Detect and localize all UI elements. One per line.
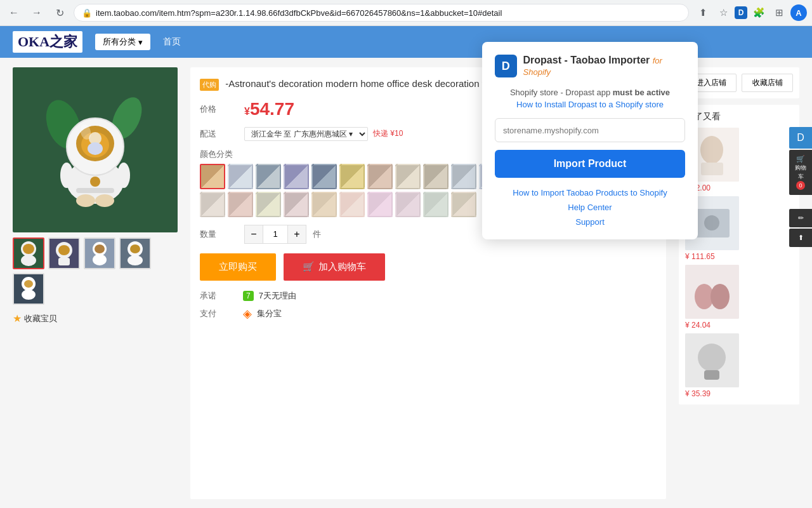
browser-actions: ⬆ ☆ D 🧩 ⊞ A	[694, 4, 807, 22]
svg-point-3	[76, 194, 95, 207]
payment-row: 支付 ◈ 集分宝	[200, 307, 657, 321]
shipping-info: 浙江金华 至 广东惠州惠城区 ▾ 快递 ¥10	[244, 127, 403, 141]
install-link[interactable]: How to Install Dropast to a Shopify stor…	[495, 100, 685, 109]
support-link[interactable]: Support	[575, 217, 605, 227]
quantity-control: − +	[244, 225, 306, 244]
action-buttons: 立即购买 🛒 加入购物车	[200, 253, 657, 281]
thumbnail-3[interactable]	[84, 237, 115, 269]
price-value: ¥54.77	[244, 99, 294, 119]
add-to-cart-button[interactable]: 🛒 加入购物车	[284, 253, 385, 281]
rec-item-3[interactable]: ¥ 24.04	[685, 265, 739, 330]
color-swatch-3[interactable]	[256, 164, 281, 189]
qty-label: 数量	[200, 229, 238, 240]
product-image-svg	[44, 86, 146, 213]
color-swatch-24[interactable]	[395, 192, 421, 217]
add-to-cart-label: 加入购物车	[318, 261, 366, 273]
browser-toolbar: ← → ↻ 🔒 item.taobao.com/item.htm?spm=a23…	[0, 0, 812, 25]
color-swatch-23[interactable]	[367, 192, 393, 217]
extensions-button[interactable]: 🧩	[750, 4, 768, 22]
rec-item-4[interactable]: ¥ 35.39	[685, 333, 739, 398]
grid-button[interactable]: ⊞	[770, 4, 788, 22]
dropast-logo: D	[495, 55, 517, 77]
color-swatch-25[interactable]	[423, 192, 449, 217]
collect-store-button[interactable]: 收藏店铺	[742, 74, 793, 92]
promise-icon: 7	[243, 291, 254, 301]
bookmark-button[interactable]: ☆	[714, 4, 732, 22]
product-badge: 代购	[200, 79, 219, 91]
address-bar[interactable]: 🔒 item.taobao.com/item.htm?spm=a230r.1.1…	[74, 4, 689, 22]
qty-plus-button[interactable]: +	[288, 225, 306, 243]
color-swatch-22[interactable]	[339, 192, 365, 217]
color-swatch-9[interactable]	[423, 164, 449, 189]
edge-button-cart[interactable]: 🛒购物车0	[789, 150, 812, 195]
payment-icon: ◈	[243, 307, 252, 321]
also-seen-title: 看了又看	[685, 111, 793, 123]
color-swatch-1[interactable]	[200, 164, 225, 189]
favorite-label: 收藏宝贝	[24, 313, 57, 324]
share-button[interactable]: ⬆	[694, 4, 712, 22]
svg-point-45	[698, 344, 726, 371]
color-swatch-21[interactable]	[311, 192, 337, 217]
main-product-image	[13, 67, 178, 232]
color-swatch-8[interactable]	[395, 164, 421, 189]
buy-now-button[interactable]: 立即购买	[200, 253, 276, 281]
thumbnail-5[interactable]	[13, 273, 44, 305]
edge-button-edit[interactable]: ✏	[789, 209, 812, 227]
svg-point-18	[21, 255, 36, 266]
rec-image-3	[685, 265, 739, 319]
color-swatch-2[interactable]	[228, 164, 253, 189]
color-swatch-17[interactable]	[200, 192, 225, 217]
svg-point-33	[24, 280, 33, 288]
svg-point-26	[93, 254, 107, 265]
page-content: OKA之家 所有分类 ▾ 首页	[0, 26, 812, 508]
forward-button[interactable]: →	[28, 4, 46, 22]
right-edge-panel: D 🛒购物车0 ✏ ⬆	[789, 127, 812, 247]
import-product-button[interactable]: Import Product	[495, 150, 685, 178]
popup-description: Shopify store - Dropast app must be acti…	[495, 88, 685, 97]
back-button[interactable]: ←	[5, 4, 23, 22]
rec-price-4: ¥ 35.39	[685, 389, 739, 398]
svg-rect-14	[76, 188, 114, 193]
color-swatch-4[interactable]	[284, 164, 309, 189]
rec-price-2: ¥ 111.65	[685, 252, 739, 261]
cart-icon: 🛒	[303, 261, 315, 272]
svg-rect-22	[58, 258, 70, 265]
help-center-link[interactable]: Help Center	[568, 203, 612, 212]
qty-minus-button[interactable]: −	[245, 225, 263, 243]
shipping-from-select[interactable]: 浙江金华 至 广东惠州惠城区 ▾	[244, 127, 368, 141]
favorite-button[interactable]: ★ 收藏宝贝	[13, 312, 178, 324]
svg-point-21	[58, 245, 70, 255]
color-swatch-18[interactable]	[228, 192, 253, 217]
product-images: ★ 收藏宝贝	[13, 67, 178, 499]
color-swatch-5[interactable]	[311, 164, 337, 189]
how-to-import-link[interactable]: How to Import Taobao Products to Shopify	[513, 188, 667, 197]
profile-avatar[interactable]: A	[790, 4, 807, 21]
popup-title: Dropast - Taobao Importer	[523, 55, 650, 65]
all-categories-button[interactable]: 所有分类 ▾	[95, 34, 150, 50]
refresh-button[interactable]: ↻	[51, 4, 69, 22]
rec-price-3: ¥ 24.04	[685, 321, 739, 330]
edge-button-top[interactable]: ⬆	[789, 229, 812, 247]
qty-input[interactable]	[263, 225, 288, 243]
store-input[interactable]	[495, 118, 685, 142]
popup-header: D Dropast - Taobao Importer for Shopify	[495, 55, 685, 77]
color-swatch-6[interactable]	[339, 164, 365, 189]
color-swatch-10[interactable]	[451, 164, 476, 189]
home-nav-link[interactable]: 首页	[163, 36, 181, 48]
dropast-extension-icon[interactable]: D	[735, 6, 747, 19]
svg-point-13	[90, 177, 100, 187]
star-icon: ★	[13, 312, 22, 324]
thumbnail-4[interactable]	[119, 237, 151, 269]
promise-text: 7天无理由	[259, 290, 296, 302]
thumbnail-1[interactable]	[13, 237, 44, 269]
color-swatch-20[interactable]	[284, 192, 309, 217]
svg-point-17	[23, 244, 34, 254]
svg-rect-37	[701, 163, 723, 175]
browser-chrome: ← → ↻ 🔒 item.taobao.com/item.htm?spm=a23…	[0, 0, 812, 26]
thumbnail-2[interactable]	[48, 237, 80, 269]
color-swatch-19[interactable]	[256, 192, 281, 217]
color-swatch-7[interactable]	[367, 164, 393, 189]
edge-button-1[interactable]: D	[789, 127, 812, 149]
color-swatch-26[interactable]	[451, 192, 476, 217]
svg-point-30	[128, 255, 143, 265]
